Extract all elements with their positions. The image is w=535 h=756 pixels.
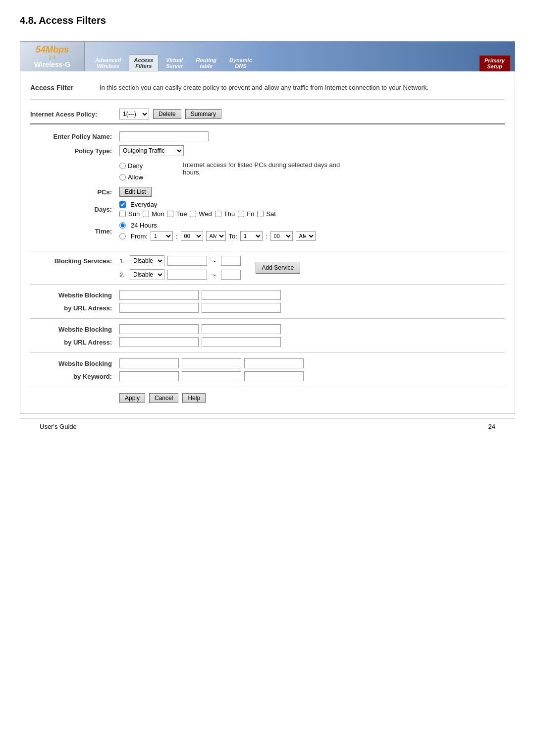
policy-name-control: [119, 131, 209, 141]
router-logo: 54Mbps 2.4 Wireless-G: [20, 42, 85, 71]
bottom-buttons: Apply Cancel Help: [30, 387, 505, 406]
service-1-input2[interactable]: [221, 256, 241, 266]
time-to-hour[interactable]: 123456789101112: [240, 231, 263, 241]
deny-allow-left: Deny Allow: [119, 161, 143, 182]
website-blocking-url2-section: Website Blocking by URL Adress:: [30, 319, 505, 353]
nav-tab-advanced[interactable]: Advanced Wireless: [90, 55, 127, 71]
thu-checkbox[interactable]: [215, 211, 221, 217]
service-1-input[interactable]: [167, 256, 207, 266]
service-row-1: 1. Disable ~: [119, 255, 241, 266]
summary-button[interactable]: Summary: [185, 109, 221, 119]
service-1-select[interactable]: Disable: [130, 255, 164, 266]
deny-allow-row: Deny Allow Internet access for listed PC…: [30, 158, 505, 185]
wb-kw-input3[interactable]: [244, 358, 304, 368]
help-button[interactable]: Help: [182, 393, 206, 403]
edit-list-button[interactable]: Edit List: [119, 187, 152, 197]
router-frame: 54Mbps 2.4 Wireless-G Advanced Wireless …: [20, 41, 515, 413]
time-from-radio[interactable]: [119, 233, 126, 239]
wb-kw-input1[interactable]: [119, 358, 179, 368]
mon-label: Mon: [152, 210, 164, 218]
wb-kw-inputs2: [119, 371, 304, 381]
apply-button[interactable]: Apply: [119, 393, 145, 403]
everyday-label: Everyday: [130, 201, 157, 208]
fri-checkbox[interactable]: [238, 211, 244, 217]
add-service-button[interactable]: Add Service: [256, 262, 301, 274]
days-control: Everyday Sun Mon: [119, 201, 276, 218]
wb-url1-label: Website Blocking: [30, 291, 119, 299]
time-to-ampm[interactable]: AMPM: [296, 231, 316, 241]
nav-tab-dynamic[interactable]: Dynamic DNS: [224, 55, 258, 71]
sun-label: Sun: [128, 210, 140, 218]
deny-radio[interactable]: [119, 163, 126, 169]
access-filter-section: Access Filter In this section you can ea…: [30, 79, 505, 100]
sat-checkbox[interactable]: [257, 211, 264, 217]
wb-url2-input1[interactable]: [119, 324, 199, 334]
wb-url1-input2[interactable]: [202, 290, 281, 300]
day-tue: Tue: [167, 210, 187, 218]
wb-url1-inputs2: [119, 303, 281, 313]
nav-tab-routing[interactable]: Routing table: [190, 55, 222, 71]
logo-speed: 54Mbps: [36, 45, 69, 55]
sun-checkbox[interactable]: [119, 211, 126, 217]
time-control: 24 Hours From: 123456789101112 : 0015304…: [119, 222, 316, 241]
wb-url2-row2: by URL Adress:: [30, 336, 505, 349]
policy-select[interactable]: 1(---): [119, 109, 149, 119]
everyday-checkbox[interactable]: [119, 201, 126, 208]
time-24h-radio[interactable]: [119, 222, 126, 229]
allow-radio[interactable]: [119, 174, 126, 180]
time-from-ampm[interactable]: AMPM: [206, 231, 226, 241]
service-2-input2[interactable]: [221, 270, 241, 280]
cancel-button[interactable]: Cancel: [149, 393, 178, 403]
policy-name-row: Enter Policy Name:: [30, 129, 505, 143]
wed-checkbox[interactable]: [190, 211, 196, 217]
tue-checkbox[interactable]: [167, 211, 173, 217]
time-label: Time:: [30, 228, 119, 235]
day-mon: Mon: [143, 210, 164, 218]
day-thu: Thu: [215, 210, 235, 218]
policy-type-label: Policy Type:: [30, 147, 119, 155]
footer-right: 24: [488, 423, 495, 430]
service-row-2: 2. Disable ~: [119, 269, 241, 280]
allow-label: Allow: [128, 174, 143, 181]
wb-url2-input4[interactable]: [202, 337, 281, 347]
wb-kw-input2[interactable]: [182, 358, 241, 368]
policy-type-row: Policy Type: Outgoing Traffic: [30, 143, 505, 158]
service-2-select[interactable]: Disable: [130, 269, 164, 280]
service-1-num: 1.: [119, 257, 127, 265]
internet-access-policy-row: Internet Acess Policy: 1(---) Delete Sum…: [30, 105, 505, 124]
wb-url1-inputs1: [119, 290, 281, 300]
wb-url1-row2: by URL Adress:: [30, 301, 505, 314]
wb-kw-input4[interactable]: [119, 371, 179, 381]
service-2-num: 2.: [119, 271, 127, 279]
logo-version: 2.4: [49, 55, 56, 60]
day-wed: Wed: [190, 210, 212, 218]
wb-url2-input2[interactable]: [202, 324, 281, 334]
delete-button[interactable]: Delete: [153, 109, 181, 119]
page-footer: User's Guide 24: [20, 418, 515, 434]
wb-url1-row1: Website Blocking: [30, 289, 505, 301]
wb-kw-inputs1: [119, 358, 304, 368]
allow-radio-row: Allow: [119, 173, 143, 182]
day-sun: Sun: [119, 210, 140, 218]
wb-url1-input3[interactable]: [119, 303, 199, 313]
wb-url2-input3[interactable]: [119, 337, 199, 347]
nav-tab-primary[interactable]: Primary Setup: [480, 56, 510, 71]
wb-url1-input1[interactable]: [119, 290, 199, 300]
nav-tab-access[interactable]: Access Filters: [129, 55, 159, 71]
policy-type-select[interactable]: Outgoing Traffic: [119, 145, 184, 156]
time-from-hour[interactable]: 123456789101112: [151, 231, 173, 241]
wb-kw-input5[interactable]: [182, 371, 241, 381]
wb-kw-row2: by Keyword:: [30, 370, 505, 383]
service-2-input[interactable]: [167, 270, 207, 280]
wb-kw-input6[interactable]: [244, 371, 304, 381]
time-from-min[interactable]: 00153045: [181, 231, 203, 241]
sat-label: Sat: [266, 210, 276, 218]
wb-url2-by-label: by URL Adress:: [30, 339, 119, 346]
policy-name-input[interactable]: [119, 131, 209, 141]
time-from-label: From:: [131, 233, 148, 240]
mon-checkbox[interactable]: [143, 211, 149, 217]
nav-tab-virtual[interactable]: Virtual Server: [160, 55, 188, 71]
individual-days-row: Sun Mon Tue: [119, 210, 276, 218]
time-to-min[interactable]: 00153045: [270, 231, 293, 241]
wb-url1-input4[interactable]: [202, 303, 281, 313]
